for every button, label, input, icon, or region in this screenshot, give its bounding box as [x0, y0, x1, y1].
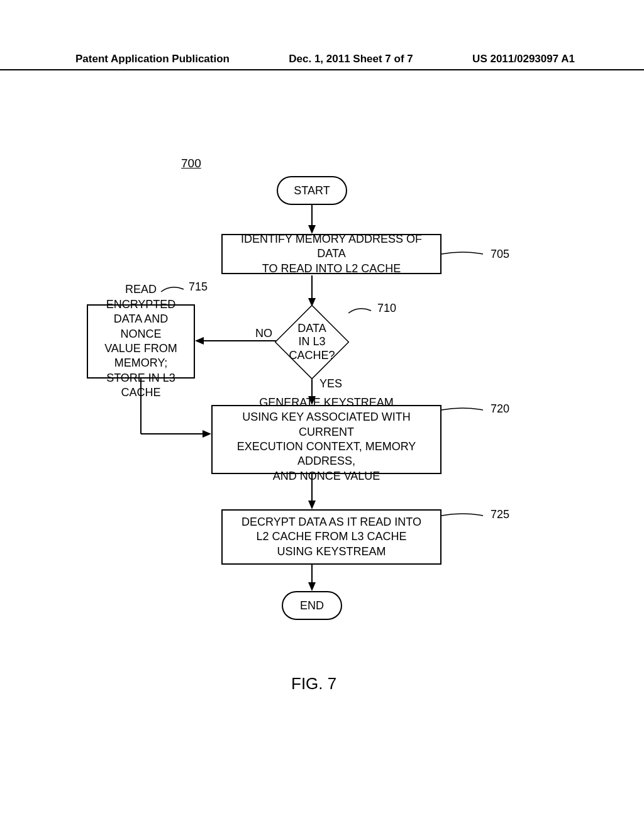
step-720: GENERATE KEYSTREAM USING KEY ASSOCIATED … [211, 405, 441, 474]
ref-725: 725 [491, 508, 509, 521]
step-715: READ ENCRYPTED DATA AND NONCE VALUE FROM… [87, 304, 195, 379]
flowchart-diagram: 700 START IDENTIFY MEMORY ADDRESS OF DAT… [0, 0, 644, 830]
ref-715: 715 [189, 280, 208, 294]
ref-720: 720 [491, 402, 509, 416]
step-705: IDENTIFY MEMORY ADDRESS OF DATA TO READ … [221, 234, 441, 274]
yes-label: YES [319, 377, 342, 390]
ref-710: 710 [377, 302, 396, 315]
end-terminator: END [282, 591, 342, 620]
step-720-text: GENERATE KEYSTREAM USING KEY ASSOCIATED … [219, 396, 434, 484]
decision-710: DATA IN L3 CACHE? [277, 307, 347, 377]
svg-marker-5 [195, 337, 204, 345]
no-label: NO [255, 327, 272, 340]
step-705-text: IDENTIFY MEMORY ADDRESS OF DATA TO READ … [229, 232, 434, 276]
svg-marker-8 [203, 430, 211, 438]
flowchart-number: 700 [181, 157, 201, 170]
start-terminator: START [277, 176, 347, 205]
decision-710-text: DATA IN L3 CACHE? [277, 322, 347, 363]
ref-705: 705 [491, 248, 509, 261]
step-715-text: READ ENCRYPTED DATA AND NONCE VALUE FROM… [94, 282, 187, 400]
end-label: END [300, 599, 324, 612]
svg-marker-12 [308, 501, 316, 509]
figure-caption: FIG. 7 [291, 674, 336, 694]
svg-marker-14 [308, 582, 316, 591]
step-725-text: DECRYPT DATA AS IT READ INTO L2 CACHE FR… [242, 515, 421, 559]
start-label: START [294, 184, 330, 197]
step-725: DECRYPT DATA AS IT READ INTO L2 CACHE FR… [221, 509, 441, 565]
